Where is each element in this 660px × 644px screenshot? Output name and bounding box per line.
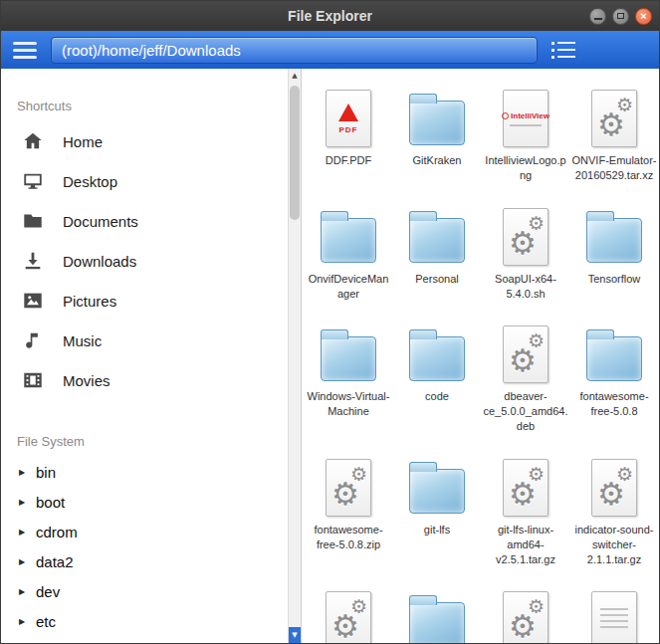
maximize-button[interactable] xyxy=(612,8,629,25)
file-item-code[interactable]: code xyxy=(393,322,481,404)
home-icon xyxy=(21,130,45,152)
scrollbar-thumb[interactable] xyxy=(290,86,300,220)
fs-item-label: boot xyxy=(36,494,65,511)
file-item-ddf-pdf[interactable]: PDF DDF.PDF xyxy=(305,87,392,168)
file-item-soapui[interactable]: SoapUI-x64-5.4.0.sh xyxy=(482,205,569,302)
sidebar-item-label: Desktop xyxy=(63,173,117,190)
sidebar-item-label: Movies xyxy=(63,372,110,389)
download-icon xyxy=(21,250,45,272)
expand-arrow-icon[interactable] xyxy=(17,617,27,626)
image-file-icon: IntelliView xyxy=(494,87,557,150)
file-item-onvifdevicemanager[interactable]: OnvifDeviceManager xyxy=(305,205,392,302)
document-file-icon xyxy=(582,588,646,643)
archive-gear-file-icon xyxy=(317,588,380,643)
sidebar-item-label: Music xyxy=(63,332,102,349)
file-item-unknown-2[interactable] xyxy=(393,588,481,643)
scroll-down-button[interactable] xyxy=(289,627,301,643)
sidebar: Shortcuts Home Desktop Documents xyxy=(1,69,288,643)
file-item-gitkraken[interactable]: GitKraken xyxy=(393,87,481,168)
fs-item-label: dev xyxy=(36,583,60,600)
fs-item-label: cdrom xyxy=(36,524,78,540)
file-item-intelliviewlogo[interactable]: IntelliView IntelliviewLogo.png xyxy=(482,87,569,183)
sidebar-item-data2[interactable]: data2 xyxy=(17,546,288,576)
sidebar-item-label: Home xyxy=(63,133,103,150)
gear-icon xyxy=(350,597,367,616)
pdf-logo xyxy=(338,104,358,121)
pdf-label: PDF xyxy=(339,125,358,134)
menu-button[interactable] xyxy=(13,42,37,59)
gear-icon xyxy=(616,96,633,114)
documents-folder-icon xyxy=(21,210,45,232)
folder-icon xyxy=(582,322,646,386)
file-name: DDF.PDF xyxy=(326,153,371,168)
archive-gear-file-icon xyxy=(494,322,557,386)
expand-arrow-icon[interactable] xyxy=(17,528,27,537)
pdf-file-icon: PDF xyxy=(317,87,380,150)
file-explorer-window: File Explorer (root)/home/jeff/Downloads… xyxy=(0,0,660,644)
scroll-up-button[interactable] xyxy=(289,69,301,83)
file-name: GitKraken xyxy=(413,153,462,168)
file-name: indicator-sound-switcher-2.1.1.tar.gz xyxy=(571,523,657,567)
intelliview-logo: IntelliView xyxy=(502,111,550,120)
fs-item-label: etc xyxy=(36,613,56,630)
file-item-fontawesome-zip[interactable]: fontawesome-free-5.0.8.zip xyxy=(305,456,392,552)
archive-gear-file-icon xyxy=(317,456,380,520)
titlebar[interactable]: File Explorer xyxy=(1,1,659,31)
file-item-unknown-1[interactable] xyxy=(305,588,392,643)
file-item-indicator-sound-switcher[interactable]: indicator-sound-switcher-2.1.1.tar.gz xyxy=(570,456,658,567)
minimize-icon xyxy=(594,18,602,20)
file-name: fontawesome-free-5.0.8 xyxy=(571,389,657,419)
file-item-dbeaver[interactable]: dbeaver-ce_5.0.0_amd64.deb xyxy=(482,322,569,434)
expand-arrow-icon[interactable] xyxy=(17,587,27,596)
file-item-unknown-4[interactable] xyxy=(570,588,658,643)
file-name: ONVIF-Emulator-20160529.tar.xz xyxy=(571,153,657,183)
file-item-git-lfs-targz[interactable]: git-lfs-linux-amd64-v2.5.1.tar.gz xyxy=(482,456,569,567)
toolbar: (root)/home/jeff/Downloads xyxy=(1,31,659,69)
expand-arrow-icon[interactable] xyxy=(17,468,27,477)
gear-icon xyxy=(528,331,545,350)
folder-icon xyxy=(405,322,469,386)
sidebar-item-documents[interactable]: Documents xyxy=(17,201,288,241)
address-bar[interactable]: (root)/home/jeff/Downloads xyxy=(51,37,538,64)
file-name: fontawesome-free-5.0.8.zip xyxy=(306,523,391,552)
list-view-icon[interactable] xyxy=(551,42,575,59)
file-item-onvif-emulator[interactable]: ONVIF-Emulator-20160529.tar.xz xyxy=(570,87,658,183)
folder-icon xyxy=(405,205,469,269)
sidebar-item-cdrom[interactable]: cdrom xyxy=(17,517,288,546)
gear-icon xyxy=(616,465,633,484)
file-item-windows-virtual-machine[interactable]: Windows-Virtual-Machine xyxy=(305,322,392,419)
file-item-unknown-3[interactable] xyxy=(482,588,569,643)
expand-arrow-icon[interactable] xyxy=(17,557,27,566)
expand-arrow-icon[interactable] xyxy=(17,498,27,507)
desktop-icon xyxy=(21,170,45,192)
sidebar-item-dev[interactable]: dev xyxy=(17,576,288,606)
sidebar-item-movies[interactable]: Movies xyxy=(17,360,288,400)
folder-icon xyxy=(317,322,380,386)
file-name: Personal xyxy=(415,272,458,287)
sidebar-item-downloads[interactable]: Downloads xyxy=(17,241,288,281)
sidebar-item-etc[interactable]: etc xyxy=(17,606,288,636)
sidebar-item-bin[interactable]: bin xyxy=(17,457,288,487)
sidebar-item-music[interactable]: Music xyxy=(17,321,288,360)
sidebar-item-label: Pictures xyxy=(63,293,116,310)
fs-item-label: data2 xyxy=(36,553,74,570)
sidebar-item-home[interactable]: Home xyxy=(17,121,288,161)
pictures-icon xyxy=(21,290,45,312)
sidebar-item-boot[interactable]: boot xyxy=(17,487,288,517)
file-item-git-lfs[interactable]: git-lfs xyxy=(393,456,481,537)
file-item-tensorflow[interactable]: Tensorflow xyxy=(570,205,658,287)
file-item-fontawesome-folder[interactable]: fontawesome-free-5.0.8 xyxy=(570,322,658,419)
window-title: File Explorer xyxy=(288,8,372,24)
scrollbar-track[interactable] xyxy=(289,83,301,627)
file-item-personal[interactable]: Personal xyxy=(393,205,481,287)
close-button[interactable] xyxy=(635,8,652,25)
minimize-button[interactable] xyxy=(589,8,606,25)
fs-item-label: bin xyxy=(36,464,56,481)
sidebar-item-pictures[interactable]: Pictures xyxy=(17,281,288,321)
sidebar-item-desktop[interactable]: Desktop xyxy=(17,161,288,201)
archive-gear-file-icon xyxy=(582,456,646,520)
file-name: OnvifDeviceManager xyxy=(306,272,391,302)
sidebar-scrollbar[interactable] xyxy=(288,69,302,643)
gear-icon xyxy=(350,465,367,484)
file-grid: PDF DDF.PDF GitKraken IntelliView xyxy=(305,87,659,643)
